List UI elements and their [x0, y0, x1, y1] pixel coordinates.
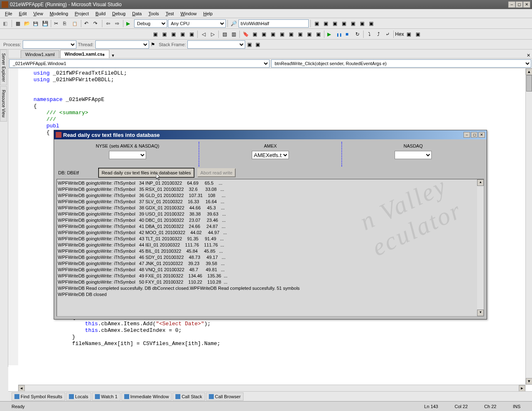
code-line[interactable]: }: [21, 334, 532, 341]
restart-button[interactable]: ↻: [353, 30, 362, 38]
scroll-down-icon[interactable]: ▾: [526, 378, 532, 385]
sidebar-tab-server-explorer[interactable]: Server Explorer: [0, 49, 7, 85]
cut-button[interactable]: [53, 19, 61, 28]
config-select[interactable]: Debug: [134, 19, 167, 28]
dialog-minimize-button[interactable]: –: [463, 132, 470, 138]
dialog-maximize-button[interactable]: ◻: [471, 132, 478, 138]
code-line[interactable]: publ: [21, 123, 532, 129]
tb2-m[interactable]: ▣: [314, 30, 322, 38]
tb2-o[interactable]: ▣: [414, 30, 422, 38]
maximize-button[interactable]: ◻: [515, 1, 523, 8]
tb2-i[interactable]: ▣: [278, 30, 286, 38]
menu-tools[interactable]: Tools: [145, 10, 162, 17]
menu-edit[interactable]: Edit: [16, 10, 30, 17]
dialog-close-button[interactable]: ✕: [478, 132, 485, 138]
tb2-n[interactable]: ▣: [404, 30, 413, 38]
tb2-h[interactable]: ▣: [269, 30, 277, 38]
hex-button[interactable]: Hex: [395, 30, 404, 38]
tb-btn-c[interactable]: ▣: [331, 19, 339, 28]
code-line[interactable]: {: [21, 103, 532, 110]
tb-btn-d[interactable]: ▣: [340, 19, 348, 28]
menu-debug[interactable]: Debug: [109, 10, 129, 17]
tb2-j[interactable]: ▣: [287, 30, 295, 38]
member-select[interactable]: btnReadWrite_Click(object sender, Routed…: [271, 59, 532, 68]
vertical-scrollbar[interactable]: ▴ ▾: [525, 68, 532, 385]
tb2-g[interactable]: ▣: [260, 30, 268, 38]
bottom-tab-call-stack[interactable]: Call Stack: [173, 392, 205, 401]
tb3-a[interactable]: ▣: [245, 40, 253, 49]
step-out-button[interactable]: ⤶: [383, 30, 392, 38]
code-line[interactable]: namespace _021eWPFAppE: [21, 96, 532, 103]
thread-flag-button[interactable]: ⚑: [149, 40, 157, 49]
new-project-button[interactable]: [2, 19, 10, 28]
open-button[interactable]: [23, 19, 31, 28]
menu-file[interactable]: File: [2, 10, 16, 17]
code-line[interactable]: using _021hWPFWriteDBDLL;: [21, 77, 532, 83]
tb2-l[interactable]: ▣: [305, 30, 313, 38]
scroll-thumb[interactable]: [526, 75, 532, 92]
continue-button[interactable]: [326, 30, 334, 38]
tb2-d[interactable]: ▣: [178, 30, 187, 38]
tb2-k[interactable]: ▣: [296, 30, 304, 38]
menu-help[interactable]: Help: [200, 10, 216, 17]
tb-btn-b[interactable]: ▣: [322, 19, 330, 28]
bottom-tab-locals[interactable]: Locals: [66, 392, 91, 401]
redo-button[interactable]: [92, 19, 100, 28]
add-item-button[interactable]: ▦: [14, 19, 22, 28]
doc-tab[interactable]: Window1.xaml: [21, 50, 59, 58]
code-line[interactable]: fileNames_Amex[ith] = CSVfiles_Amex[ith]…: [21, 341, 532, 347]
indent-more-button[interactable]: ▷: [208, 30, 217, 38]
step-over-button[interactable]: ⤴: [374, 30, 383, 38]
copy-button[interactable]: [62, 19, 70, 28]
abort-button[interactable]: Abort read write: [197, 168, 236, 177]
bottom-tab-call-browser[interactable]: Call Browser: [206, 392, 244, 401]
code-line[interactable]: [21, 90, 532, 96]
output-scrollbar[interactable]: ▴ ▾: [477, 179, 484, 316]
code-line[interactable]: using _021fWPFreadTxtFileDLL;: [21, 70, 532, 77]
bookmark-button[interactable]: 🔖: [241, 30, 250, 38]
tabs-close-icon[interactable]: ✕: [525, 53, 532, 58]
menu-project[interactable]: Project: [71, 10, 92, 17]
doc-tab[interactable]: Window1.xaml.cs⁎: [60, 50, 110, 58]
minimize-button[interactable]: –: [508, 1, 515, 8]
paste-button[interactable]: [71, 19, 79, 28]
tb2-e[interactable]: ▣: [187, 30, 196, 38]
code-line[interactable]: this.cbAmex.SelectedIndex = 0;: [21, 327, 532, 334]
output-panel[interactable]: n Valleyeculator WPFWriteDB goingtoWrite…: [57, 179, 484, 317]
exchange-select[interactable]: AMEXetfs.txt: [252, 151, 289, 159]
start-debug-button[interactable]: [125, 19, 133, 28]
undo-button[interactable]: [83, 19, 91, 28]
menu-view[interactable]: View: [30, 10, 47, 17]
find-icon[interactable]: 🔎: [229, 19, 238, 28]
tb2-a[interactable]: ▣: [151, 30, 159, 38]
class-select[interactable]: _021eWPFAppE.Window1: [9, 59, 270, 68]
menu-build[interactable]: Build: [92, 10, 109, 17]
output-scroll-up-icon[interactable]: ▴: [477, 179, 484, 186]
nav-back-button[interactable]: ⇦: [104, 19, 112, 28]
process-select[interactable]: [23, 40, 76, 49]
stop-button[interactable]: [344, 30, 352, 38]
code-line[interactable]: [21, 83, 532, 90]
tb2-f[interactable]: ▣: [251, 30, 259, 38]
save-all-button[interactable]: 💾: [41, 19, 49, 28]
tb-btn-a[interactable]: ▣: [312, 19, 321, 28]
close-button[interactable]: ✕: [523, 1, 530, 8]
menu-modeling[interactable]: Modeling: [46, 10, 71, 17]
tabs-dropdown-icon[interactable]: ▾: [110, 53, 116, 58]
code-line[interactable]: this.cbAmex.Items.Add("<Select Date>");: [21, 321, 532, 327]
bottom-tab-immediate-window[interactable]: Immediate Window: [121, 392, 172, 401]
nav-fwd-button[interactable]: ⇨: [113, 19, 121, 28]
uncomment-button[interactable]: ▥: [229, 30, 238, 38]
comment-button[interactable]: ▤: [220, 30, 229, 38]
indent-less-button[interactable]: ◁: [199, 30, 208, 38]
read-csv-button[interactable]: Read daily csv text files into database …: [99, 168, 194, 177]
menu-window[interactable]: Window: [177, 10, 200, 17]
bottom-tab-watch-1[interactable]: Watch 1: [92, 392, 121, 401]
menu-data[interactable]: Data: [129, 10, 145, 17]
tb-btn-f[interactable]: ▣: [358, 19, 366, 28]
tb2-c[interactable]: ▣: [169, 30, 177, 38]
scroll-right-icon[interactable]: ▸: [519, 385, 525, 392]
tb-btn-g[interactable]: ▣: [367, 19, 375, 28]
horizontal-scrollbar[interactable]: ◂ ▸: [18, 385, 525, 391]
dialog-titlebar[interactable]: Read daily csv text files into database …: [54, 130, 487, 139]
